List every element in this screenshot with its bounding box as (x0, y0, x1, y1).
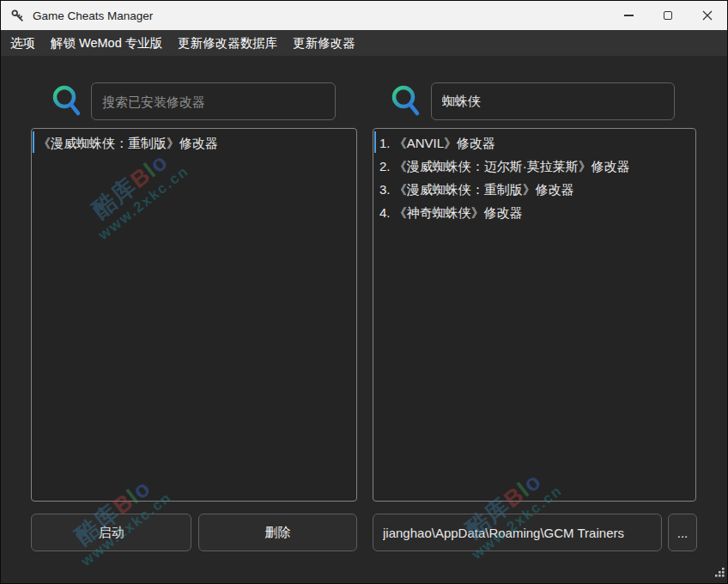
list-item[interactable]: 1. 《ANVIL》修改器 (373, 131, 695, 155)
browse-button[interactable]: ... (668, 514, 697, 551)
minimize-button[interactable] (609, 1, 648, 30)
list-item[interactable]: 《漫威蜘蛛侠：重制版》修改器 (32, 131, 356, 155)
menu-bar: 选项 解锁 WeMod 专业版 更新修改器数据库 更新修改器 (1, 30, 727, 56)
list-item[interactable]: 4. 《神奇蜘蛛侠》修改器 (373, 201, 695, 224)
window-controls (609, 1, 727, 30)
close-icon (702, 10, 713, 21)
main-content: 《漫威蜘蛛侠：重制版》修改器 1. 《ANVIL》修改器 2. 《漫威蜘蛛侠：迈… (1, 56, 727, 583)
menu-item-update-database[interactable]: 更新修改器数据库 (170, 32, 285, 55)
search-results-list[interactable]: 1. 《ANVIL》修改器 2. 《漫威蜘蛛侠：迈尔斯·莫拉莱斯》修改器 3. … (373, 128, 696, 502)
search-installed-input[interactable] (91, 82, 336, 120)
launch-button[interactable]: 启动 (31, 514, 191, 551)
maximize-icon (664, 11, 672, 20)
search-icon (51, 84, 82, 120)
menu-item-unlock-wemod[interactable]: 解锁 WeMod 专业版 (43, 32, 170, 55)
window-title: Game Cheats Manager (33, 9, 153, 22)
app-window: Game Cheats Manager 选项 解锁 WeMod 专业版 更新修改… (0, 0, 728, 584)
list-item[interactable]: 2. 《漫威蜘蛛侠：迈尔斯·莫拉莱斯》修改器 (373, 155, 695, 178)
key-icon (10, 9, 25, 23)
close-button[interactable] (688, 1, 727, 30)
menu-item-options[interactable]: 选项 (3, 32, 43, 55)
resize-grip[interactable] (714, 566, 725, 581)
minimize-icon (624, 15, 634, 16)
title-bar: Game Cheats Manager (1, 1, 727, 30)
search-icon (390, 84, 422, 120)
trainer-path-field[interactable] (373, 514, 662, 551)
maximize-button[interactable] (648, 1, 688, 30)
delete-button[interactable]: 删除 (198, 514, 357, 551)
installed-trainers-list[interactable]: 《漫威蜘蛛侠：重制版》修改器 (31, 128, 357, 502)
search-downloadable-input[interactable] (431, 82, 675, 120)
menu-item-update-trainers[interactable]: 更新修改器 (285, 32, 363, 55)
list-item[interactable]: 3. 《漫威蜘蛛侠：重制版》修改器 (373, 178, 695, 201)
